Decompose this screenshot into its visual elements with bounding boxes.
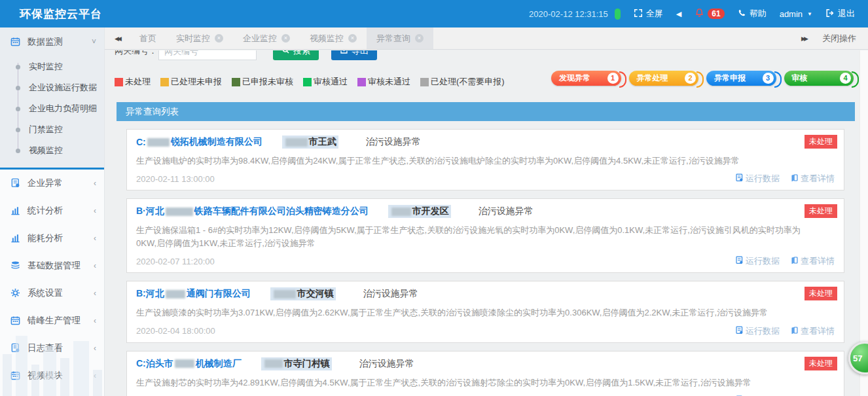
sidebar-item-label: 日志查看 — [27, 342, 63, 354]
tab-首页[interactable]: 首页 — [130, 27, 166, 49]
run-data-icon — [735, 256, 744, 266]
run-data-link[interactable]: 运行数据 — [735, 173, 780, 185]
workflow-step-异常处理: 异常处理2 — [629, 71, 699, 86]
exception-card: B:河北通阀门有限公司市交河镇治污设施异常未处理生产设施喷漆的实时功率为3.07… — [126, 281, 844, 342]
run-data-link[interactable]: 运行数据 — [735, 325, 780, 337]
export-button[interactable]: 导出 — [331, 50, 377, 60]
run-data-icon — [735, 326, 744, 336]
sidebar-subitem-企业设施运行数据[interactable]: 企业设施运行数据 — [0, 77, 104, 98]
workflow-step-number: 2 — [685, 73, 696, 84]
legend-item: 已处理(不需要申报) — [420, 76, 505, 88]
legend-item: 审核未通过 — [357, 76, 410, 88]
double-chevron-right-icon: ▶▶ — [801, 35, 806, 42]
view-detail-icon — [790, 256, 799, 266]
tab-label: 首页 — [139, 33, 156, 45]
location-chip: 市寺门村镇 — [261, 357, 332, 370]
view-detail-link[interactable]: 查看详情 — [790, 325, 835, 337]
close-icon[interactable]: × — [215, 34, 223, 43]
user-menu[interactable]: admin ▼ — [780, 9, 812, 19]
sidebar-item-基础数据管理[interactable]: 基础数据管理‹ — [0, 252, 104, 279]
status-badge: 未处理 — [805, 357, 837, 370]
company-link[interactable]: C:锐拓机械制造有限公司 — [136, 136, 262, 148]
sidebar-item-数据监测[interactable]: 数据监测˅ — [0, 27, 104, 56]
company-link[interactable]: C:泊头市机械制造厂 — [136, 358, 242, 370]
view-detail-link[interactable]: 查看详情 — [790, 255, 835, 267]
search-button[interactable]: 搜索 — [273, 50, 319, 60]
chevron-left-icon: ‹ — [94, 289, 96, 298]
logout-label: 退出 — [838, 8, 855, 20]
exception-description: 生产设施保温箱1 - 6#的实时功率为12KW,启停阈值为5KW,属于正常生产状… — [136, 224, 835, 250]
tabs-scroll-right-button[interactable]: ▶▶ — [792, 35, 816, 42]
exception-card: C:锐拓机械制造有限公司市王武治污设施异常未处理生产设施电炉的实时功率为98.4… — [126, 129, 844, 190]
card-title-row: C:锐拓机械制造有限公司市王武治污设施异常 — [136, 135, 835, 149]
exception-card: C:泊头市机械制造厂市寺门村镇治污设施异常未处理生产设施射芯的实时功率为42.8… — [126, 351, 844, 396]
tab-视频监控[interactable]: 视频监控× — [300, 27, 367, 49]
tab-label: 异常查询 — [376, 33, 410, 45]
tab-bar: ◀◀ 首页实时监控×企业监控×视频监控×异常查询× ▶▶ 关闭操作 — [105, 27, 868, 50]
close-icon[interactable]: × — [348, 34, 357, 43]
datetime: 2020-02-12 12:31:15 — [529, 9, 621, 20]
sidebar-item-错峰生产管理[interactable]: 错峰生产管理‹ — [0, 307, 104, 334]
sidebar: 数据监测˅实时监控企业设施运行数据企业电力负荷明细门禁监控视频监控企业异常‹统计… — [0, 27, 105, 396]
gear-icon — [10, 288, 22, 298]
sidebar-item-系统设置[interactable]: 系统设置‹ — [0, 279, 104, 307]
company-link[interactable]: B:河北通阀门有限公司 — [136, 288, 251, 300]
sidebar-subitem-视频监控[interactable]: 视频监控 — [0, 140, 104, 161]
chevron-left-icon: ‹ — [94, 316, 96, 325]
view-detail-label: 查看详情 — [801, 255, 835, 267]
tab-企业监控[interactable]: 企业监控× — [233, 27, 300, 49]
redacted-text — [166, 207, 193, 216]
sound-button[interactable]: ◀ — [676, 10, 681, 18]
logout-button[interactable]: 退出 — [825, 8, 855, 20]
bullet-icon — [16, 65, 20, 69]
redacted-text — [274, 290, 296, 298]
sidebar-item-label: 数据监测 — [27, 36, 63, 48]
tab-异常查询[interactable]: 异常查询× — [367, 27, 433, 49]
phone-icon — [738, 9, 746, 19]
sidebar-item-label: 错峰生产管理 — [27, 315, 81, 327]
tab-实时监控[interactable]: 实时监控× — [166, 27, 233, 49]
sidebar-item-日志查看[interactable]: 日志查看‹ — [0, 334, 104, 362]
sidebar-group-expanded: 数据监测˅实时监控企业设施运行数据企业电力负荷明细门禁监控视频监控 — [0, 27, 104, 168]
sidebar-subitem-门禁监控[interactable]: 门禁监控 — [0, 119, 104, 140]
gateway-input[interactable] — [158, 50, 257, 60]
sidebar-subitem-label: 视频监控 — [29, 145, 63, 156]
run-data-link[interactable]: 运行数据 — [735, 255, 780, 267]
top-header: 环保监控云平台 2020-02-12 12:31:15 全屏 ◀ 61 帮助 a… — [0, 0, 868, 27]
text-segment: C:泊头市 — [136, 358, 173, 370]
sidebar-item-统计分析[interactable]: 统计分析‹ — [0, 197, 104, 225]
bell-icon — [695, 8, 704, 20]
status-badge: 未处理 — [805, 204, 837, 218]
chevron-left-icon: ‹ — [94, 371, 96, 380]
fullscreen-button[interactable]: 全屏 — [634, 8, 663, 20]
exception-description: 生产设施射芯的实时功率为42.891KW,启停阈值为4.5KW,属于正常生产状态… — [136, 376, 835, 389]
close-operations-button[interactable]: 关闭操作 — [816, 33, 868, 45]
bullet-icon — [16, 86, 20, 90]
logout-icon — [825, 9, 835, 20]
view-detail-link[interactable]: 查看详情 — [790, 173, 835, 185]
help-button[interactable]: 帮助 — [738, 8, 767, 20]
sidebar-item-企业异常[interactable]: 企业异常‹ — [0, 170, 104, 197]
text-segment: 机械制造厂 — [196, 358, 242, 370]
card-bottom-row: 2020-02-11 13:00:00运行数据查看详情 — [136, 173, 835, 185]
text-segment: C: — [136, 137, 146, 147]
sidebar-item-视频模块[interactable]: 视频模块‹ — [0, 362, 104, 389]
location-chip: 市王武 — [282, 135, 338, 149]
company-link[interactable]: B·河北铁路车辆配件有限公司泊头精密铸造分公司 — [136, 206, 369, 217]
sidebar-item-能耗分析[interactable]: 能耗分析‹ — [0, 225, 104, 252]
sidebar-subitem-企业电力负荷明细[interactable]: 企业电力负荷明细 — [0, 98, 104, 119]
legend-label: 审核通过 — [314, 76, 348, 88]
close-icon[interactable]: × — [415, 34, 424, 43]
tabs-scroll-left-button[interactable]: ◀◀ — [105, 27, 130, 49]
export-button-label: 导出 — [352, 50, 369, 57]
card-title-row: C:泊头市机械制造厂市寺门村镇治污设施异常 — [136, 357, 835, 370]
exception-timestamp: 2020-02-04 18:00:00 — [136, 326, 215, 336]
legend-label: 未处理 — [125, 76, 151, 88]
close-icon[interactable]: × — [281, 34, 290, 43]
sidebar-subitem-实时监控[interactable]: 实时监控 — [0, 56, 104, 77]
chevron-left-icon: ‹ — [94, 206, 96, 215]
notification-button[interactable]: 61 — [695, 8, 724, 20]
document-icon — [10, 178, 22, 189]
tab-label: 视频监控 — [310, 33, 344, 45]
search-button-label: 搜索 — [293, 50, 310, 57]
